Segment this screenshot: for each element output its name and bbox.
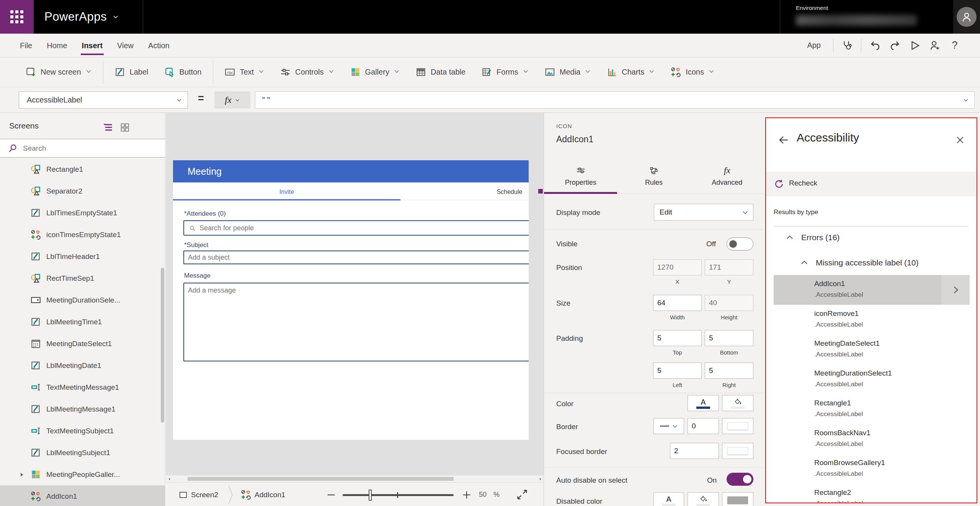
padding-bottom-input[interactable] bbox=[705, 330, 753, 346]
meeting-form[interactable]: Meeting Invite Schedule *Attendees (0) *… bbox=[173, 160, 529, 440]
tree-view-button[interactable] bbox=[103, 122, 113, 133]
tree-item-lbltimeheader1[interactable]: LblTimeHeader1 bbox=[0, 246, 165, 267]
border-style-dropdown[interactable] bbox=[653, 418, 684, 434]
tree-item-meetingdateselect1[interactable]: MeetingDateSelect1 bbox=[0, 333, 165, 355]
preview-app-button[interactable] bbox=[905, 36, 925, 55]
message-textarea[interactable] bbox=[183, 283, 529, 361]
padding-top-input[interactable] bbox=[653, 330, 702, 346]
close-button[interactable] bbox=[955, 135, 965, 145]
position-x-input[interactable] bbox=[653, 259, 702, 275]
fx-dropdown[interactable]: fx bbox=[214, 91, 250, 109]
tree-item-meetingpeoplegaller[interactable]: MeetingPeopleGaller... bbox=[0, 464, 165, 485]
ribbon-item-media[interactable]: Media bbox=[537, 57, 599, 87]
ribbon-item-data-table[interactable]: Data table bbox=[408, 57, 474, 87]
font-color-button[interactable]: A bbox=[688, 395, 719, 411]
undo-button[interactable] bbox=[865, 36, 885, 55]
tab-schedule[interactable]: Schedule bbox=[400, 189, 529, 195]
tree-item-icontimesemptystate1[interactable]: iconTimesEmptyState1 bbox=[0, 224, 165, 246]
disabled-color-button[interactable] bbox=[722, 492, 753, 506]
disabled-fill-color-button[interactable] bbox=[688, 492, 719, 506]
border-color-button[interactable] bbox=[722, 418, 753, 434]
tree-item-textmeetingmessage1[interactable]: TextMeetingMessage1 bbox=[0, 376, 165, 398]
scroll-left-arrow[interactable] bbox=[167, 476, 172, 482]
tree-item-lblmeetingdate1[interactable]: LblMeetingDate1 bbox=[0, 355, 165, 376]
position-y-input[interactable] bbox=[705, 259, 753, 275]
ribbon-item-icons[interactable]: Icons bbox=[663, 57, 722, 87]
zoom-in-button[interactable] bbox=[461, 490, 472, 500]
tree-item-rectangle1[interactable]: Rectangle1 bbox=[0, 158, 165, 180]
tree-item-recttimesep1[interactable]: RectTimeSep1 bbox=[0, 267, 165, 289]
zoom-slider-thumb[interactable] bbox=[369, 490, 372, 501]
app-title-group[interactable]: PowerApps bbox=[44, 0, 119, 34]
fill-color-button[interactable] bbox=[722, 395, 753, 411]
formula-input[interactable] bbox=[255, 92, 974, 108]
tree-item-addicon1[interactable]: AddIcon1 bbox=[0, 485, 165, 506]
tree-item-lblmeetingmessage1[interactable]: LblMeetingMessage1 bbox=[0, 398, 165, 420]
disabled-font-color-button[interactable]: A bbox=[653, 492, 684, 506]
expand-formula-chevron-icon[interactable] bbox=[963, 97, 969, 103]
environment-picker[interactable]: Environment bbox=[796, 5, 917, 26]
zoom-value[interactable]: 50 bbox=[479, 491, 487, 499]
ribbon-item-gallery[interactable]: Gallery bbox=[342, 57, 408, 87]
ribbon-item-label[interactable]: Label bbox=[107, 57, 157, 87]
app-menu-label[interactable]: App bbox=[799, 41, 829, 50]
menu-item-insert[interactable]: Insert bbox=[75, 34, 110, 57]
canvas-horizontal-scrollbar[interactable] bbox=[166, 475, 544, 482]
menu-item-view[interactable]: View bbox=[110, 34, 141, 57]
attendees-search-input[interactable] bbox=[199, 221, 529, 235]
display-mode-dropdown[interactable]: Edit bbox=[654, 204, 753, 221]
accessibility-result-rectangle1[interactable]: Rectangle1.AccessibleLabel bbox=[774, 394, 970, 424]
go-to-result-button[interactable] bbox=[941, 275, 970, 305]
tab-properties[interactable]: Properties bbox=[544, 159, 617, 194]
redo-button[interactable] bbox=[885, 36, 905, 55]
errors-group-toggle[interactable]: Errors (16) bbox=[785, 233, 840, 242]
ribbon-item-controls[interactable]: Controls bbox=[272, 57, 342, 87]
ribbon-item-charts[interactable]: Charts bbox=[599, 57, 663, 87]
size-height-input[interactable] bbox=[705, 295, 753, 311]
accessibility-result-addicon1[interactable]: AddIcon1.AccessibleLabel bbox=[774, 275, 970, 305]
ribbon-item-text[interactable]: AbcText bbox=[217, 57, 272, 87]
missing-label-group-toggle[interactable]: Missing accessible label (10) bbox=[800, 258, 918, 267]
recheck-button[interactable]: Recheck bbox=[766, 172, 977, 196]
menu-item-file[interactable]: File bbox=[13, 34, 39, 57]
back-button[interactable] bbox=[777, 134, 790, 146]
account-button[interactable] bbox=[953, 0, 980, 34]
accessibility-result-roombrowsegallery1[interactable]: RoomBrowseGallery1.AccessibleLabel bbox=[774, 454, 970, 484]
menu-item-home[interactable]: Home bbox=[39, 34, 74, 57]
screens-scrollbar[interactable] bbox=[161, 268, 164, 423]
help-button[interactable]: ? bbox=[945, 36, 965, 55]
padding-left-input[interactable] bbox=[653, 363, 702, 379]
tree-item-lblmeetingtime1[interactable]: LblMeetingTime1 bbox=[0, 311, 165, 333]
tree-item-lblmeetingsubject1[interactable]: LblMeetingSubject1 bbox=[0, 442, 165, 464]
accessibility-result-iconremove1[interactable]: iconRemove1.AccessibleLabel bbox=[774, 305, 970, 335]
padding-right-input[interactable] bbox=[705, 363, 753, 379]
tree-item-separator2[interactable]: Separator2 bbox=[0, 180, 165, 202]
zoom-out-button[interactable] bbox=[326, 490, 336, 500]
visible-toggle[interactable] bbox=[727, 238, 753, 251]
waffle-menu-button[interactable] bbox=[0, 0, 34, 34]
ribbon-item-forms[interactable]: Forms bbox=[474, 57, 537, 87]
auto-disable-toggle[interactable] bbox=[727, 473, 753, 486]
share-button[interactable] bbox=[925, 36, 945, 55]
expand-caret-icon[interactable] bbox=[18, 471, 25, 478]
selection-handle[interactable] bbox=[538, 189, 543, 194]
property-selector[interactable]: AccessibleLabel bbox=[19, 91, 188, 109]
focused-border-width-input[interactable] bbox=[670, 443, 719, 459]
subject-input[interactable] bbox=[183, 251, 529, 264]
app-checker-button[interactable] bbox=[837, 36, 857, 55]
breadcrumb-screen[interactable]: Screen2 bbox=[191, 491, 218, 499]
accessibility-result-meetingdateselect1[interactable]: MeetingDateSelect1.AccessibleLabel bbox=[774, 335, 970, 364]
fit-to-window-button[interactable] bbox=[516, 489, 528, 500]
accessibility-result-roomsbacknav1[interactable]: RoomsBackNav1.AccessibleLabel bbox=[774, 424, 970, 454]
tab-rules[interactable]: Rules bbox=[617, 159, 690, 194]
tab-advanced[interactable]: fx Advanced bbox=[691, 159, 764, 194]
size-width-input[interactable] bbox=[653, 295, 702, 311]
ribbon-item-button[interactable]: Button bbox=[157, 57, 210, 87]
scroll-right-arrow[interactable] bbox=[537, 476, 543, 482]
accessibility-result-rectangle2[interactable]: Rectangle2.AccessibleLabel bbox=[774, 484, 970, 503]
menu-item-action[interactable]: Action bbox=[141, 34, 177, 57]
scrollbar-thumb[interactable] bbox=[188, 477, 454, 481]
tab-invite[interactable]: Invite bbox=[173, 189, 400, 195]
ribbon-item-new-screen[interactable]: New screen bbox=[18, 57, 100, 87]
zoom-slider[interactable] bbox=[343, 494, 454, 496]
